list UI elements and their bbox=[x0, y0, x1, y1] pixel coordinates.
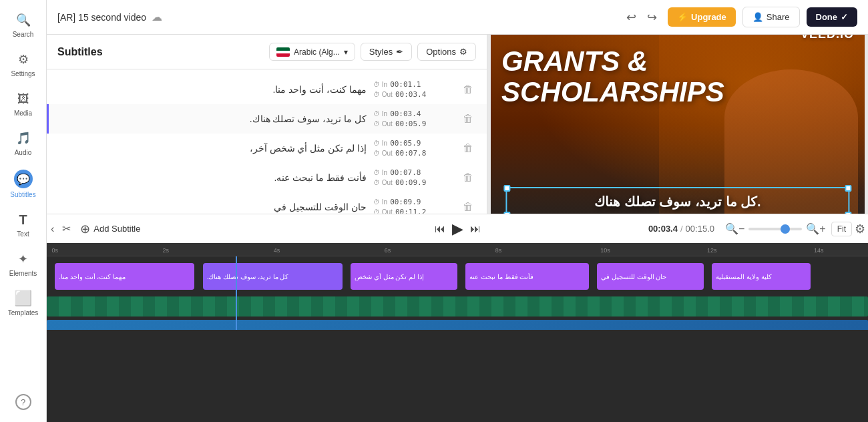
subtitles-icon: 💬 bbox=[14, 170, 33, 188]
sidebar-item-elements[interactable]: ✦ Elements bbox=[0, 244, 46, 284]
upgrade-icon: ⚡ bbox=[677, 12, 688, 22]
subtitle-text-2[interactable]: كل ما تريد، سوف تصلك هناك. bbox=[59, 112, 367, 126]
redo-button[interactable]: ↪ bbox=[643, 7, 661, 27]
options-button[interactable]: Options ⚙ bbox=[417, 43, 476, 61]
chevron-down-icon: ▾ bbox=[344, 47, 348, 57]
time-out-row-3: ⏱ Out 00:07.8 bbox=[373, 149, 426, 158]
options-icon: ⚙ bbox=[459, 47, 467, 57]
header-left: [AR] 15 second video ☁ bbox=[57, 11, 162, 23]
selection-handle-tr bbox=[845, 185, 852, 192]
sidebar-item-templates[interactable]: ⬜ Templates bbox=[0, 284, 46, 323]
cut-button[interactable]: ✂ bbox=[58, 220, 75, 238]
video-preview: VEED.IO GRANTS & SCHOLARSHIPS كل ما تريد… bbox=[487, 35, 868, 214]
video-track bbox=[47, 296, 868, 316]
zoom-controls: 🔍− 🔍+ bbox=[720, 222, 831, 235]
subtitle-text-3[interactable]: إذا لم تكن مثل أي شخص آخر، bbox=[59, 142, 367, 156]
subtitle-text-1[interactable]: مهما كنت، أنت واحد منا. bbox=[59, 83, 367, 97]
share-button[interactable]: 👤 Share bbox=[742, 7, 800, 27]
timeline-back-button[interactable]: ‹ bbox=[47, 220, 58, 238]
subtitle-text-4[interactable]: فأنت فقط ما نبحث عنه. bbox=[59, 171, 367, 185]
subtitle-track-1[interactable]: مهما كنت، أنت واحد منا. bbox=[55, 263, 194, 290]
search-icon: 🔍 bbox=[15, 12, 31, 28]
language-select[interactable]: Arabic (Alg... ▾ bbox=[269, 43, 355, 61]
subtitle-entry-4[interactable]: 🗑 ⏱ In 00:07.8 ⏱ Out 00:09.9 فأنت فقط ما… bbox=[47, 163, 487, 192]
flag-icon bbox=[276, 47, 290, 57]
sidebar-item-media[interactable]: 🖼 Media bbox=[0, 84, 46, 124]
subtitle-track-text-6: كلية ولاية المستقبلية bbox=[716, 273, 772, 280]
content-area: Subtitles Arabic (Alg... ▾ Styles ✒ Opti… bbox=[47, 35, 868, 214]
delete-subtitle-5[interactable]: 🗑 bbox=[460, 200, 476, 214]
header-right: ↩ ↪ ⚡ Upgrade 👤 Share Done ✓ bbox=[622, 7, 857, 27]
sidebar-item-help[interactable]: ? bbox=[0, 387, 46, 417]
subtitle-entry-2[interactable]: 🗑 ⏱ In 00:03.4 ⏱ Out 00:05.9 كل ما تريد،… bbox=[47, 104, 487, 134]
add-icon: ⊕ bbox=[80, 222, 90, 236]
sidebar-item-text[interactable]: T Text bbox=[0, 205, 46, 244]
sidebar-item-search[interactable]: 🔍 Search bbox=[0, 5, 46, 45]
sidebar-item-label: Elements bbox=[9, 270, 37, 277]
styles-label: Styles bbox=[369, 47, 393, 57]
time-in-row-1: ⏱ In 00:01.1 bbox=[373, 80, 421, 89]
text-icon: T bbox=[15, 212, 31, 228]
subtitle-track-6[interactable]: كلية ولاية المستقبلية bbox=[712, 263, 811, 290]
play-button[interactable]: ▶ bbox=[452, 220, 463, 238]
zoom-out-button[interactable]: 🔍− bbox=[725, 222, 744, 235]
subtitle-entry-3[interactable]: 🗑 ⏱ In 00:05.9 ⏱ Out 00:07.8 إذا لم تكن … bbox=[47, 134, 487, 163]
sidebar-item-label: Settings bbox=[11, 70, 35, 77]
subtitle-track-text-4: فأنت فقط ما نبحث عنه bbox=[469, 273, 533, 280]
subtitle-track-3[interactable]: إذا لم تكن مثل أي شخص bbox=[351, 263, 457, 290]
elements-icon: ✦ bbox=[15, 251, 31, 267]
skip-forward-button[interactable]: ⏭ bbox=[470, 223, 481, 235]
ruler-tick-6s: 6s bbox=[385, 247, 391, 254]
timeline-ruler: 0s 2s 4s 6s 8s 10s 12s 14s bbox=[47, 243, 868, 256]
delete-subtitle-1[interactable]: 🗑 bbox=[460, 82, 476, 97]
done-label: Done bbox=[816, 12, 838, 22]
styles-button[interactable]: Styles ✒ bbox=[361, 43, 412, 61]
time-in-row-2: ⏱ In 00:03.4 bbox=[373, 110, 421, 118]
cloud-sync-icon: ☁ bbox=[152, 11, 162, 23]
zoom-slider[interactable] bbox=[748, 228, 802, 230]
veed-logo: VEED.IO bbox=[801, 35, 854, 41]
subtitle-entry-5[interactable]: 🗑 ⏱ In 00:09.9 ⏱ Out 00:11.2 حان الوقت ل… bbox=[47, 192, 487, 214]
skip-back-button[interactable]: ⏮ bbox=[435, 223, 445, 235]
ruler-tick-10s: 10s bbox=[600, 247, 610, 254]
delete-subtitle-4[interactable]: 🗑 bbox=[460, 170, 476, 185]
time-display: 00:03.4 / 00:15.0 bbox=[648, 224, 720, 234]
video-main-title: GRANTS & SCHOLARSHIPS bbox=[501, 46, 811, 108]
upgrade-button[interactable]: ⚡ Upgrade bbox=[668, 7, 736, 27]
total-time: 00:15.0 bbox=[686, 224, 714, 234]
undo-button[interactable]: ↩ bbox=[622, 7, 640, 27]
fit-button[interactable]: Fit bbox=[831, 222, 852, 236]
delete-subtitle-3[interactable]: 🗑 bbox=[460, 141, 476, 156]
subtitle-track-4[interactable]: فأنت فقط ما نبحث عنه bbox=[465, 263, 589, 290]
undo-redo-group: ↩ ↪ bbox=[622, 7, 661, 27]
zoom-in-button[interactable]: 🔍+ bbox=[806, 222, 825, 235]
subtitle-track-text-5: حان الوقت للتسجيل في bbox=[601, 273, 666, 280]
sidebar-item-label: Audio bbox=[15, 149, 32, 156]
current-time: 00:03.4 bbox=[648, 224, 678, 234]
subtitle-track-5[interactable]: حان الوقت للتسجيل في bbox=[597, 263, 704, 290]
video-thumbnail: VEED.IO GRANTS & SCHOLARSHIPS كل ما تريد… bbox=[491, 35, 865, 214]
ruler-tick-8s: 8s bbox=[495, 247, 502, 254]
audio-track bbox=[47, 320, 868, 330]
subtitle-text-5[interactable]: حان الوقت للتسجيل في bbox=[59, 200, 367, 214]
sidebar-item-audio[interactable]: 🎵 Audio bbox=[0, 124, 46, 163]
done-button[interactable]: Done ✓ bbox=[807, 7, 858, 27]
subtitle-entry-1[interactable]: 🗑 ⏱ In 00:01.1 ⏱ Out 00:03.4 مهما كنت، أ… bbox=[47, 75, 487, 104]
subtitle-track-text-2: كل ما تريد، سوف تصلك هناك. bbox=[207, 273, 289, 280]
ruler-tick-0s: 0s bbox=[52, 247, 59, 254]
help-icon: ? bbox=[15, 394, 31, 410]
playhead[interactable] bbox=[236, 256, 237, 330]
subtitle-track-text-1: مهما كنت، أنت واحد منا. bbox=[59, 273, 126, 280]
delete-subtitle-2[interactable]: 🗑 bbox=[460, 112, 476, 126]
sidebar-item-subtitles[interactable]: 💬 Subtitles bbox=[0, 163, 46, 205]
subtitle-overlay-text: كل ما تريد، سوف تصلك هناك. bbox=[594, 194, 761, 209]
zoom-thumb[interactable] bbox=[781, 224, 790, 234]
subtitle-times-4: ⏱ In 00:07.8 ⏱ Out 00:09.9 bbox=[373, 168, 453, 187]
styles-icon: ✒ bbox=[396, 47, 403, 57]
timeline-settings-button[interactable]: ⚙ bbox=[852, 219, 868, 239]
sidebar-item-settings[interactable]: ⚙ Settings bbox=[0, 45, 46, 84]
subtitle-track-2[interactable]: كل ما تريد، سوف تصلك هناك. bbox=[203, 263, 343, 290]
time-in-row-5: ⏱ In 00:09.9 bbox=[373, 198, 421, 206]
add-subtitle-button[interactable]: ⊕ Add Subtitle bbox=[75, 219, 146, 239]
settings-icon: ⚙ bbox=[15, 51, 31, 67]
